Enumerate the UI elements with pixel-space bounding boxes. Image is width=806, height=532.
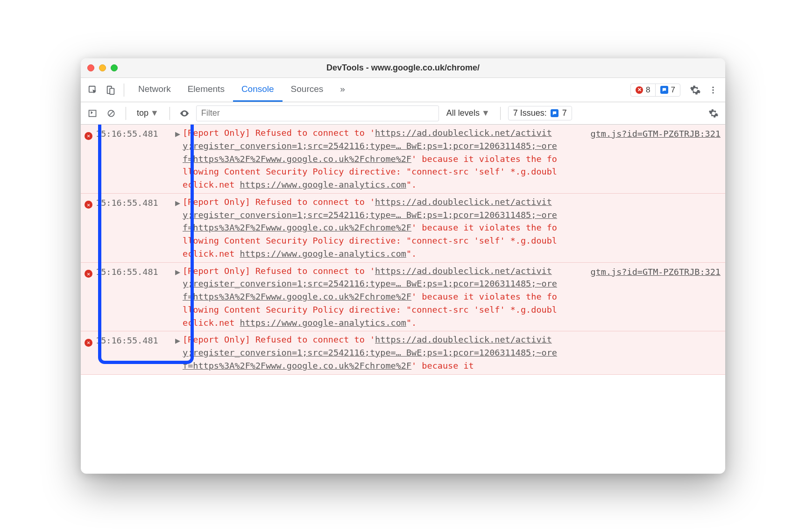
traffic-lights [87, 64, 118, 71]
expand-caret-icon[interactable]: ▶ [175, 196, 183, 210]
error-icon: ✕ [85, 265, 96, 280]
timestamp: 15:16:55.481 [96, 333, 175, 347]
svg-point-3 [712, 86, 714, 88]
inspect-element-icon[interactable] [85, 83, 100, 98]
console-message-list: ✕15:16:55.481▶[Report Only] Refused to c… [81, 125, 725, 474]
info-icon [551, 109, 559, 117]
toggle-sidebar-icon[interactable] [85, 106, 99, 120]
console-error-row[interactable]: ✕15:16:55.481▶[Report Only] Refused to c… [81, 194, 725, 263]
timestamp: 15:16:55.481 [96, 265, 175, 279]
devtools-window: DevTools - www.google.co.uk/chrome/ Netw… [81, 58, 725, 474]
url-link[interactable]: https://ad.doubleclick.net/activity;regi… [183, 197, 557, 233]
separator [124, 84, 124, 97]
svg-rect-2 [110, 88, 114, 94]
svg-line-8 [109, 111, 113, 116]
url-link[interactable]: https://ad.doubleclick.net/activity;regi… [183, 128, 557, 164]
settings-gear-icon[interactable] [688, 83, 703, 98]
url-link[interactable]: https://www.google-analytics.com [240, 180, 406, 189]
error-message: [Report Only] Refused to connect to 'htt… [183, 196, 562, 260]
maximize-window-button[interactable] [111, 64, 118, 71]
svg-point-4 [712, 89, 714, 91]
tab-more[interactable]: » [332, 78, 354, 102]
separator [500, 107, 501, 120]
expand-caret-icon[interactable]: ▶ [175, 333, 183, 347]
devtools-tabbar: Network Elements Console Sources » ✕ 8 7 [81, 78, 725, 102]
info-count: 7 [671, 85, 675, 95]
window-titlebar: DevTools - www.google.co.uk/chrome/ [81, 58, 725, 78]
issues-button[interactable]: 7 Issues: 7 [508, 106, 572, 120]
separator [126, 107, 126, 120]
timestamp: 15:16:55.481 [96, 126, 175, 140]
error-message: [Report Only] Refused to connect to 'htt… [183, 265, 562, 329]
window-title: DevTools - www.google.co.uk/chrome/ [118, 63, 688, 73]
error-icon: ✕ [636, 86, 643, 94]
more-options-icon[interactable] [706, 83, 721, 98]
error-message: [Report Only] Refused to connect to 'htt… [183, 333, 562, 372]
context-label: top [137, 108, 148, 118]
chevron-down-icon: ▼ [150, 108, 159, 118]
expand-caret-icon[interactable]: ▶ [175, 126, 183, 140]
context-selector[interactable]: top ▼ [134, 107, 162, 119]
source-link[interactable]: gtm.js?id=GTM-PZ6TRJB:321 [562, 265, 721, 279]
levels-label: All levels [446, 108, 480, 118]
filter-input[interactable] [196, 105, 439, 121]
console-error-row[interactable]: ✕15:16:55.481▶[Report Only] Refused to c… [81, 263, 725, 332]
error-count-badge[interactable]: ✕ 8 [631, 84, 655, 96]
console-settings-gear-icon[interactable] [707, 106, 721, 120]
tab-elements[interactable]: Elements [179, 78, 233, 102]
clear-console-icon[interactable] [104, 106, 118, 120]
url-link[interactable]: https://ad.doubleclick.net/activity;regi… [183, 335, 557, 371]
error-icon: ✕ [85, 333, 96, 348]
expand-caret-icon[interactable]: ▶ [175, 265, 183, 279]
url-link[interactable]: https://www.google-analytics.com [240, 318, 406, 328]
issues-label: 7 Issues: [513, 108, 547, 118]
error-icon: ✕ [85, 196, 96, 210]
close-window-button[interactable] [87, 64, 94, 71]
error-icon: ✕ [85, 126, 96, 141]
separator [170, 107, 170, 120]
info-icon [660, 86, 668, 94]
tab-sources[interactable]: Sources [283, 78, 332, 102]
error-info-counts[interactable]: ✕ 8 7 [630, 84, 680, 97]
console-error-row[interactable]: ✕15:16:55.481▶[Report Only] Refused to c… [81, 331, 725, 374]
svg-rect-6 [89, 110, 96, 116]
minimize-window-button[interactable] [99, 64, 106, 71]
source-link[interactable]: gtm.js?id=GTM-PZ6TRJB:321 [562, 126, 721, 140]
live-expression-eye-icon[interactable] [177, 106, 191, 120]
issues-count: 7 [562, 108, 567, 118]
console-toolbar: top ▼ All levels ▼ 7 Issues: 7 [81, 102, 725, 125]
timestamp: 15:16:55.481 [96, 196, 175, 210]
error-count: 8 [646, 85, 650, 95]
info-count-badge[interactable]: 7 [655, 84, 680, 96]
device-toolbar-icon[interactable] [103, 83, 118, 98]
tab-console[interactable]: Console [233, 78, 283, 102]
log-levels-select[interactable]: All levels ▼ [444, 108, 493, 118]
url-link[interactable]: https://ad.doubleclick.net/activity;regi… [183, 266, 557, 302]
console-error-row[interactable]: ✕15:16:55.481▶[Report Only] Refused to c… [81, 125, 725, 194]
svg-point-5 [712, 92, 714, 93]
tab-network[interactable]: Network [130, 78, 179, 102]
url-link[interactable]: https://www.google-analytics.com [240, 249, 406, 259]
error-message: [Report Only] Refused to connect to 'htt… [183, 126, 562, 191]
chevron-down-icon: ▼ [481, 108, 490, 118]
